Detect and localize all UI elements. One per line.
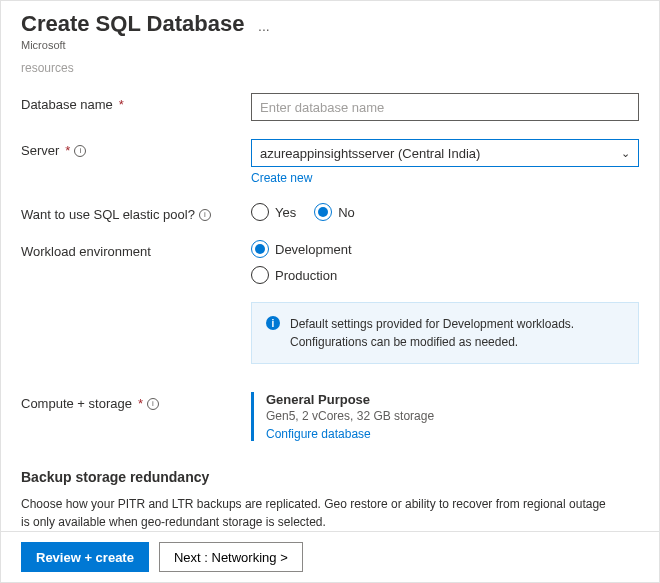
more-button[interactable]: ... — [258, 18, 270, 34]
elastic-pool-label: Want to use SQL elastic pool? — [21, 207, 195, 222]
create-new-server-link[interactable]: Create new — [251, 171, 312, 185]
server-selected-value: azureappinsightsserver (Central India) — [260, 146, 480, 161]
page-title: Create SQL Database — [21, 11, 244, 37]
form-scroll-area: resources Database name * Server * i — [1, 55, 659, 531]
cutoff-text: resources — [21, 61, 639, 75]
radio-label: Production — [275, 268, 337, 283]
review-create-button[interactable]: Review + create — [21, 542, 149, 572]
radio-label: No — [338, 205, 355, 220]
backup-section-title: Backup storage redundancy — [21, 469, 639, 485]
info-icon: i — [266, 316, 280, 330]
info-icon[interactable]: i — [147, 398, 159, 410]
compute-tier: General Purpose — [266, 392, 434, 407]
vendor-label: Microsoft — [21, 39, 639, 51]
info-icon[interactable]: i — [199, 209, 211, 221]
workload-prod-radio[interactable]: Production — [251, 266, 337, 284]
server-select[interactable]: azureappinsightsserver (Central India) ⌄ — [251, 139, 639, 167]
chevron-down-icon: ⌄ — [621, 147, 630, 160]
radio-label: Yes — [275, 205, 296, 220]
configure-database-link[interactable]: Configure database — [266, 427, 371, 441]
accent-bar — [251, 392, 254, 441]
elastic-pool-no-radio[interactable]: No — [314, 203, 355, 221]
required-indicator: * — [65, 143, 70, 158]
required-indicator: * — [119, 97, 124, 112]
radio-label: Development — [275, 242, 352, 257]
workload-dev-radio[interactable]: Development — [251, 240, 352, 258]
info-icon[interactable]: i — [74, 145, 86, 157]
workload-info-box: i Default settings provided for Developm… — [251, 302, 639, 364]
elastic-pool-yes-radio[interactable]: Yes — [251, 203, 296, 221]
info-box-text: Default settings provided for Developmen… — [290, 315, 624, 351]
db-name-label: Database name — [21, 97, 113, 112]
workload-label: Workload environment — [21, 244, 151, 259]
backup-section-description: Choose how your PITR and LTR backups are… — [21, 495, 611, 531]
db-name-input[interactable] — [251, 93, 639, 121]
compute-details: Gen5, 2 vCores, 32 GB storage — [266, 409, 434, 423]
next-networking-button[interactable]: Next : Networking > — [159, 542, 303, 572]
compute-label: Compute + storage — [21, 396, 132, 411]
footer-bar: Review + create Next : Networking > — [1, 531, 659, 582]
required-indicator: * — [138, 396, 143, 411]
server-label: Server — [21, 143, 59, 158]
